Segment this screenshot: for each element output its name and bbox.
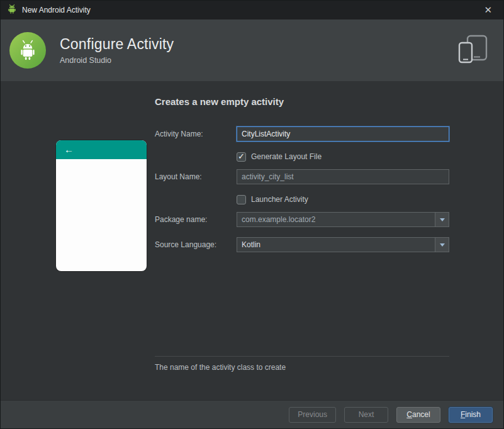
- generate-layout-checkbox[interactable]: [237, 152, 246, 162]
- package-name-label: Package name:: [155, 212, 233, 227]
- next-button[interactable]: Next: [344, 407, 388, 423]
- field-help-text: The name of the activity class to create: [155, 363, 286, 372]
- help-separator: [155, 356, 449, 357]
- window-title: New Android Activity: [22, 6, 91, 14]
- previous-button[interactable]: Previous: [289, 407, 336, 423]
- generate-layout-checkbox-row[interactable]: Generate Layout File: [237, 151, 322, 162]
- package-name-dropdown-button[interactable]: [435, 213, 449, 226]
- source-language-dropdown[interactable]: Kotlin: [237, 237, 449, 252]
- wizard-body: Creates a new empty activity ← Activity …: [1, 81, 503, 400]
- finish-button[interactable]: Finish: [449, 407, 493, 423]
- android-studio-logo: [9, 32, 46, 69]
- source-language-dropdown-button[interactable]: [435, 238, 449, 252]
- activity-name-field-wrap: [237, 126, 449, 142]
- new-android-activity-dialog: New Android Activity ✕ Configure Activi: [0, 0, 504, 429]
- cancel-button[interactable]: Cancel: [396, 407, 440, 423]
- source-language-field-wrap: Kotlin: [237, 237, 449, 252]
- button-bar: Previous Next Cancel Finish: [1, 400, 503, 428]
- chevron-down-icon: [440, 243, 445, 247]
- android-icon: [7, 4, 17, 16]
- layout-name-field-wrap: [237, 169, 449, 184]
- close-icon[interactable]: ✕: [479, 1, 497, 20]
- package-name-input[interactable]: [237, 213, 435, 226]
- title-bar: New Android Activity ✕: [1, 1, 503, 20]
- activity-preview: ←: [56, 140, 147, 271]
- layout-name-input[interactable]: [237, 169, 449, 184]
- activity-name-input[interactable]: [237, 126, 449, 142]
- launcher-activity-checkbox-row[interactable]: Launcher Activity: [237, 194, 308, 205]
- launcher-activity-label: Launcher Activity: [251, 195, 308, 204]
- package-name-field-wrap: [237, 212, 449, 227]
- source-language-value: Kotlin: [237, 238, 435, 252]
- generate-layout-label: Generate Layout File: [251, 152, 322, 161]
- package-name-combobox: [237, 212, 449, 227]
- layout-name-label: Layout Name:: [155, 169, 233, 184]
- activity-name-label: Activity Name:: [155, 126, 233, 142]
- step-heading: Creates a new empty activity: [155, 96, 284, 107]
- wizard-header: Configure Activity Android Studio: [1, 20, 503, 81]
- source-language-label: Source Language:: [155, 237, 233, 252]
- chevron-down-icon: [440, 218, 445, 221]
- form-factor-devices-icon: [457, 34, 490, 67]
- back-arrow-icon: ←: [64, 144, 74, 155]
- wizard-subtitle: Android Studio: [60, 56, 174, 65]
- preview-appbar: ←: [56, 140, 147, 159]
- header-text: Configure Activity Android Studio: [60, 36, 174, 65]
- wizard-title: Configure Activity: [60, 36, 174, 53]
- launcher-activity-checkbox[interactable]: [237, 195, 246, 204]
